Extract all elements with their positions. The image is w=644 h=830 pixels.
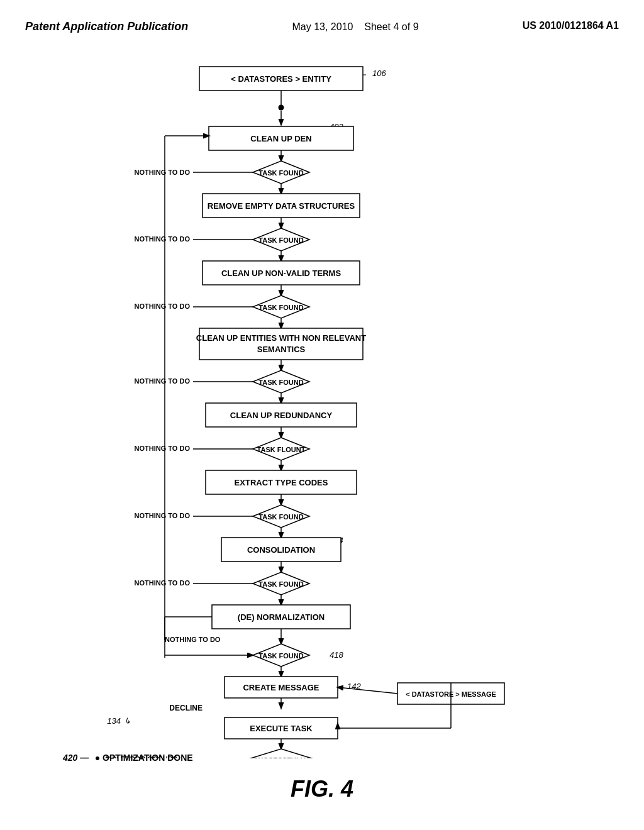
svg-text:CLEAN UP REDUNDANCY: CLEAN UP REDUNDANCY <box>230 411 333 420</box>
svg-text:REMOVE EMPTY DATA STRUCTURES: REMOVE EMPTY DATA STRUCTURES <box>208 201 355 211</box>
page-header: Patent Application Publication May 13, 2… <box>25 13 619 35</box>
svg-text:CLEAN UP NON-VALID TERMS: CLEAN UP NON-VALID TERMS <box>221 268 341 278</box>
header-center: May 13, 2010 Sheet 4 of 9 <box>292 19 419 35</box>
svg-text:EXTRACT TYPE CODES: EXTRACT TYPE CODES <box>235 478 328 487</box>
svg-text:DECLINE: DECLINE <box>169 704 203 712</box>
svg-text:NOTHING TO DO: NOTHING TO DO <box>135 445 191 452</box>
patent-number: US 2010/0121864 A1 <box>523 20 619 31</box>
svg-text:SEMANTICS: SEMANTICS <box>257 345 306 354</box>
svg-text:EXECUTE TASK: EXECUTE TASK <box>250 724 313 733</box>
svg-text:NOTHING TO DO: NOTHING TO DO <box>135 512 191 519</box>
svg-text:(DE) NORMALIZATION: (DE) NORMALIZATION <box>238 612 325 622</box>
svg-text:TASK FOUND: TASK FOUND <box>258 652 303 660</box>
svg-text:106: 106 <box>372 69 386 78</box>
header-left-text: Patent Application Publication <box>25 20 188 33</box>
diagram-container: < DATASTORES > ENTITY 106 402 CLEAN UP D… <box>25 54 619 763</box>
svg-text:NOTHING TO DO: NOTHING TO DO <box>135 302 191 310</box>
header-right: US 2010/0121864 A1 <box>523 19 619 33</box>
svg-text:NOTHING TO DO: NOTHING TO DO <box>135 169 191 176</box>
svg-text:NOTHING TO DO: NOTHING TO DO <box>165 636 221 643</box>
svg-text:CONSOLIDATION: CONSOLIDATION <box>247 545 315 555</box>
n420-label: 420 — <box>63 753 89 763</box>
svg-text:NOTHING TO DO: NOTHING TO DO <box>135 579 191 587</box>
svg-text:134: 134 <box>107 716 121 726</box>
fig-label: FIG. 4 <box>25 776 619 802</box>
header-date: May 13, 2010 <box>292 21 353 32</box>
svg-text:418: 418 <box>330 650 343 660</box>
datastore-entity-label: < DATASTORES > ENTITY <box>231 74 331 84</box>
optimization-done-label: ● OPTIMIZATION DONE <box>95 753 193 763</box>
svg-text:CREATE MESSAGE: CREATE MESSAGE <box>243 683 319 692</box>
svg-text:TASK FOUND: TASK FOUND <box>258 379 303 386</box>
svg-text:CLEAN UP ENTITIES WITH NON REL: CLEAN UP ENTITIES WITH NON RELEVANT <box>196 333 366 343</box>
svg-text:TASK FOUND: TASK FOUND <box>258 236 303 244</box>
svg-text:TASK FOUND: TASK FOUND <box>258 169 303 177</box>
svg-text:NOTHING TO DO: NOTHING TO DO <box>135 377 191 385</box>
svg-text:TASK FLOUNT: TASK FLOUNT <box>257 446 306 453</box>
svg-text:NOTHING TO DO: NOTHING TO DO <box>135 235 191 243</box>
svg-text:↳: ↳ <box>124 716 131 726</box>
svg-text:TASK FOUND: TASK FOUND <box>258 580 303 588</box>
svg-text:TASK FOUND: TASK FOUND <box>258 304 303 311</box>
svg-text:TASK FOUND: TASK FOUND <box>258 513 303 521</box>
flowchart-svg: < DATASTORES > ENTITY 106 402 CLEAN UP D… <box>39 54 605 758</box>
header-sheet: Sheet 4 of 9 <box>364 21 418 32</box>
page: Patent Application Publication May 13, 2… <box>0 0 644 830</box>
clean-up-den-label: CLEAN UP DEN <box>250 134 311 143</box>
publication-title: Patent Application Publication <box>25 19 188 35</box>
